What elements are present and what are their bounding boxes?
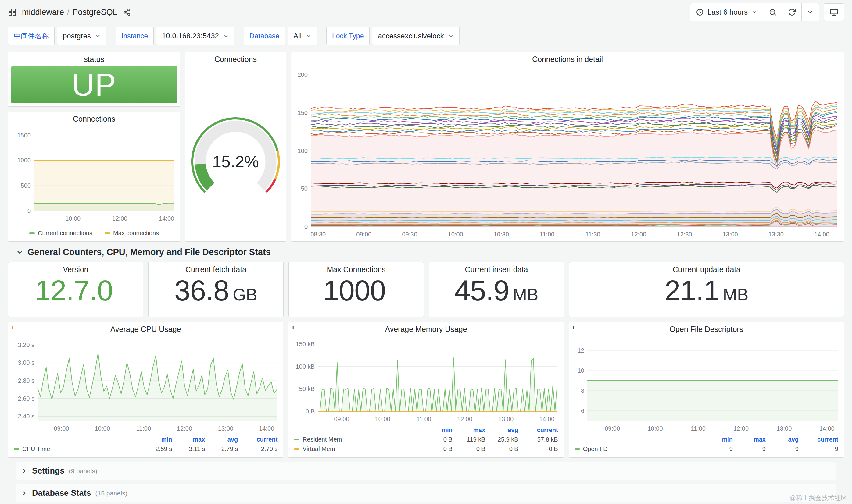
- cycle-view-button[interactable]: [824, 3, 844, 21]
- legend-value: 0 B: [420, 436, 453, 443]
- legend-sort-max[interactable]: max: [172, 436, 205, 443]
- open-fd-chart[interactable]: 68101209:0010:0011:0012:0013:0014:00: [569, 336, 844, 434]
- svg-text:2.60 s: 2.60 s: [18, 395, 34, 402]
- legend-sort-min[interactable]: min: [139, 436, 172, 443]
- legend-header-row: minmaxavgcurrent: [294, 426, 558, 435]
- connections-small-chart[interactable]: 05001000150010:0012:0014:00: [8, 126, 180, 225]
- legend-value: 2.70 s: [238, 446, 278, 452]
- dashboards-grid-icon[interactable]: [8, 8, 16, 16]
- middleware-name-dropdown[interactable]: postgres: [57, 27, 106, 45]
- legend-sort-min[interactable]: min: [700, 436, 733, 443]
- filter-label: Database: [244, 27, 285, 45]
- legend-sort-max[interactable]: max: [733, 436, 766, 443]
- refresh-button[interactable]: [782, 3, 801, 21]
- legend-sort-min[interactable]: min: [420, 427, 453, 434]
- memory-usage-chart[interactable]: 0 B50 kB100 kB150 kB09:0010:0011:0012:00…: [289, 336, 563, 425]
- panel-title[interactable]: Connections: [8, 112, 180, 126]
- svg-text:10:00: 10:00: [65, 215, 81, 222]
- svg-text:1000: 1000: [17, 157, 31, 164]
- breadcrumb-page[interactable]: PostgreSQL: [73, 7, 117, 17]
- chevron-down-icon: [306, 33, 311, 39]
- svg-text:09:00: 09:00: [54, 425, 69, 432]
- filter-label: Instance: [116, 27, 154, 45]
- legend-value: 2.59 s: [139, 446, 172, 452]
- legend-header-row: minmaxavgcurrent: [574, 435, 838, 444]
- stat-value: 1000: [289, 276, 423, 317]
- panel-title[interactable]: Connections: [186, 52, 286, 66]
- panel-title[interactable]: Connections in detail: [291, 52, 844, 66]
- legend-series-toggle[interactable]: Resident Mem: [294, 436, 419, 443]
- svg-text:100 kB: 100 kB: [296, 363, 315, 370]
- clock-icon: [696, 8, 704, 16]
- connections-detail-chart[interactable]: 05010015020008:3009:0009:3010:0010:3011:…: [291, 66, 844, 241]
- legend-sort-current[interactable]: current: [799, 436, 838, 443]
- svg-text:11:00: 11:00: [136, 425, 151, 432]
- time-range-picker[interactable]: Last 6 hours: [690, 3, 763, 21]
- panel-average-cpu-usage: i Average CPU Usage 2.40 s2.60 s2.80 s3.…: [8, 322, 283, 458]
- chevron-down-icon: [95, 33, 101, 39]
- status-up-value: UP: [11, 66, 177, 103]
- svg-text:3.20 s: 3.20 s: [18, 342, 34, 348]
- legend-value: 0 B: [453, 446, 485, 452]
- row-database-stats[interactable]: Database Stats (15 panels): [16, 484, 836, 502]
- svg-text:14:00: 14:00: [814, 231, 830, 238]
- info-icon[interactable]: i: [292, 324, 294, 330]
- legend-item[interactable]: Max connections: [105, 230, 159, 237]
- cpu-usage-chart[interactable]: 2.40 s2.60 s2.80 s3.00 s3.20 s09:0010:00…: [8, 336, 283, 434]
- svg-text:12:30: 12:30: [677, 231, 692, 238]
- svg-text:10:00: 10:00: [647, 425, 663, 432]
- row-settings[interactable]: Settings (9 panels): [16, 462, 836, 480]
- svg-text:150 kB: 150 kB: [296, 341, 315, 347]
- row-general-counters[interactable]: General Counters, CPU, Memory and File D…: [8, 241, 844, 262]
- legend-series-toggle[interactable]: CPU Time: [14, 446, 139, 452]
- svg-text:14:00: 14:00: [819, 425, 834, 432]
- panel-title[interactable]: status: [8, 52, 180, 66]
- info-icon[interactable]: i: [12, 324, 14, 330]
- legend-value: 9: [700, 446, 733, 452]
- svg-text:500: 500: [21, 182, 31, 189]
- zoom-out-button[interactable]: [763, 3, 782, 21]
- connections-gauge[interactable]: 15.2%: [186, 66, 286, 241]
- svg-text:11:00: 11:00: [691, 425, 706, 432]
- database-dropdown[interactable]: All: [288, 27, 317, 45]
- svg-text:12: 12: [577, 347, 584, 354]
- breadcrumb-folder[interactable]: middleware: [22, 7, 64, 17]
- legend-sort-current[interactable]: current: [238, 436, 278, 443]
- legend-series-toggle[interactable]: Virtual Mem: [294, 446, 419, 452]
- legend-sort-current[interactable]: current: [518, 427, 558, 434]
- svg-text:13:30: 13:30: [768, 231, 784, 238]
- row-title: Database Stats: [32, 488, 91, 498]
- stat-panel-current-update-data: Current update data 21.1MB: [569, 262, 844, 317]
- legend-item[interactable]: Current connections: [29, 230, 92, 237]
- filter-label: 中间件名称: [8, 27, 55, 45]
- svg-text:15.2%: 15.2%: [212, 152, 259, 170]
- svg-text:2.40 s: 2.40 s: [18, 413, 34, 419]
- dropdown-value: accessexclusivelock: [378, 32, 444, 40]
- legend-sort-max[interactable]: max: [453, 427, 485, 434]
- legend-series-toggle[interactable]: Open FD: [574, 446, 700, 452]
- lock-type-dropdown[interactable]: accessexclusivelock: [372, 27, 459, 45]
- panel-title[interactable]: Average Memory Usage: [289, 322, 563, 336]
- svg-text:11:00: 11:00: [417, 416, 432, 422]
- instance-dropdown[interactable]: 10.0.168.23:5432: [156, 27, 234, 45]
- legend-sort-avg[interactable]: avg: [766, 436, 799, 443]
- stat-value: 12.7.0: [8, 276, 143, 317]
- share-icon[interactable]: [123, 8, 131, 16]
- stat-value: 21.1MB: [569, 276, 844, 317]
- info-icon[interactable]: i: [573, 324, 574, 330]
- stat-value: 45.9MB: [429, 276, 564, 317]
- legend-sort-avg[interactable]: avg: [485, 427, 518, 434]
- filter-label: Lock Type: [326, 27, 370, 45]
- svg-text:10:00: 10:00: [375, 416, 390, 422]
- dropdown-value: postgres: [63, 32, 91, 40]
- filter-database: Database All: [244, 27, 317, 45]
- svg-text:14:00: 14:00: [539, 416, 555, 422]
- svg-text:10: 10: [577, 367, 584, 374]
- zoom-out-icon: [769, 8, 777, 16]
- stat-panel-version: Version 12.7.0: [8, 262, 143, 317]
- legend-row: Resident Mem0 B119 kB25.9 kB57.8 kB: [294, 435, 558, 444]
- legend-sort-avg[interactable]: avg: [205, 436, 238, 443]
- panel-title[interactable]: Open File Descriptors: [569, 322, 844, 336]
- panel-title[interactable]: Average CPU Usage: [8, 322, 283, 336]
- refresh-interval-dropdown[interactable]: [801, 3, 819, 21]
